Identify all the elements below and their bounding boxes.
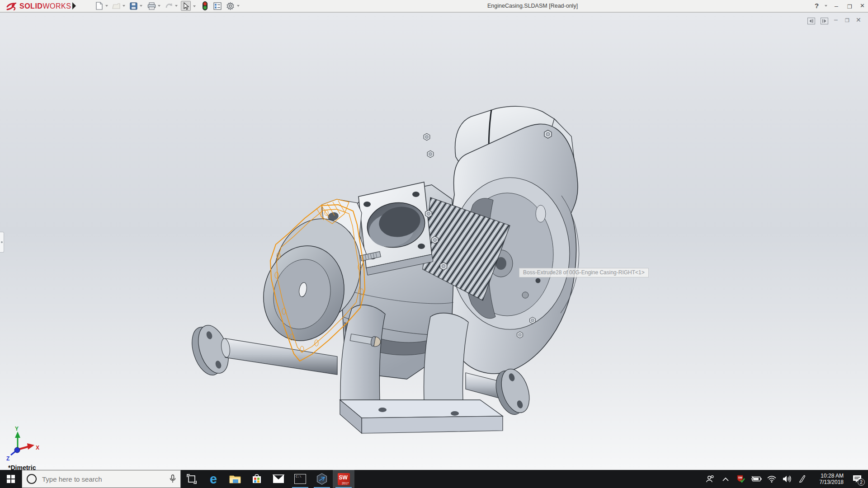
solidworks-window: SOLIDWORKS: [0, 0, 868, 488]
command-prompt-icon: C:\: [294, 474, 306, 484]
mail-icon: [273, 474, 284, 483]
cortana-icon: [27, 474, 37, 484]
hidden-icons-chevron-icon[interactable]: [719, 470, 732, 488]
triad-y-label: Y: [15, 426, 19, 432]
taskbar-item-command-prompt[interactable]: C:\: [289, 470, 311, 488]
solidworks-app-icon: SW 2017: [338, 473, 350, 485]
save-dropdown-caret-icon[interactable]: [140, 5, 142, 7]
start-button[interactable]: [0, 470, 22, 488]
print-dropdown-caret-icon[interactable]: [158, 5, 160, 7]
file-explorer-icon: [229, 474, 241, 484]
task-view-button[interactable]: [181, 470, 203, 488]
windows-logo-icon: [7, 475, 15, 483]
new-document-dropdown-caret-icon[interactable]: [105, 5, 108, 7]
open-dropdown-caret-icon[interactable]: [123, 5, 125, 7]
undo-dropdown-caret-icon[interactable]: [175, 5, 178, 7]
file-properties-icon: [213, 2, 222, 10]
select-tool-button[interactable]: [181, 1, 191, 11]
undo-button[interactable]: [164, 1, 174, 11]
help-dropdown-caret-icon[interactable]: [825, 5, 827, 7]
taskbar-item-file-explorer[interactable]: [224, 470, 246, 488]
solidworks-logo-icon: [5, 1, 18, 11]
gear-icon: [226, 2, 235, 10]
windows-taskbar: e: [0, 470, 868, 488]
taskbar-item-dev-app[interactable]: [311, 470, 333, 488]
select-dropdown-caret-icon[interactable]: [193, 5, 196, 7]
rebuild-button[interactable]: [200, 1, 210, 11]
app-close-button[interactable]: ✕: [860, 2, 865, 10]
battery-icon[interactable]: [750, 470, 763, 488]
taskbar-item-mail[interactable]: [268, 470, 289, 488]
taskbar-app-icons: e: [181, 470, 354, 488]
document-title: EngineCasing.SLDASM [Read-only]: [487, 3, 578, 9]
save-floppy-icon: [130, 2, 137, 10]
task-view-icon: [187, 474, 197, 484]
orientation-triad: Y X Z: [6, 426, 39, 462]
graphics-viewport[interactable]: – ❐ ✕: [0, 12, 868, 470]
windows-ink-icon[interactable]: [796, 470, 809, 488]
microphone-icon[interactable]: [170, 474, 176, 483]
triad-x-label: X: [36, 445, 39, 451]
action-center-button[interactable]: 2: [848, 470, 866, 488]
options-button[interactable]: [225, 1, 235, 11]
clock-date: 7/13/2018: [814, 479, 844, 485]
clock-time: 10:28 AM: [814, 473, 844, 479]
triad-z-label: Z: [6, 455, 9, 462]
system-tray: SW 10:28 AM 7/13/2018: [703, 470, 868, 488]
volume-icon[interactable]: [780, 470, 794, 488]
notification-badge: 2: [858, 479, 865, 486]
hexagon-app-icon: [316, 473, 328, 485]
taskbar-search-box[interactable]: [22, 470, 181, 488]
toolbar-flyout-arrow-icon[interactable]: [72, 2, 76, 9]
save-button[interactable]: [128, 1, 138, 11]
help-button[interactable]: ?: [815, 2, 819, 10]
new-document-button[interactable]: [94, 1, 104, 11]
new-document-icon: [95, 2, 103, 10]
solidworks-logo-text: SOLIDWORKS: [19, 2, 71, 10]
print-button[interactable]: [146, 1, 156, 11]
component-hover-tooltip: Boss-Extrude28 of 00G-Engine Casing-RIGH…: [519, 268, 649, 277]
search-input[interactable]: [41, 475, 165, 483]
file-properties-button[interactable]: [212, 1, 222, 11]
edge-icon: e: [210, 473, 217, 486]
app-restore-button[interactable]: ❐: [847, 3, 852, 11]
rebuild-traffic-light-icon: [202, 1, 208, 10]
svg-text:SW: SW: [738, 476, 743, 479]
taskbar-item-solidworks[interactable]: SW 2017: [333, 470, 354, 488]
taskbar-item-edge[interactable]: e: [203, 470, 224, 488]
solidworks-resource-monitor-icon[interactable]: SW: [734, 470, 748, 488]
open-folder-icon: [112, 2, 121, 9]
app-minimize-button[interactable]: –: [835, 2, 838, 10]
people-icon[interactable]: [703, 470, 717, 488]
title-bar: SOLIDWORKS: [0, 0, 868, 12]
microsoft-store-icon: [251, 474, 262, 484]
solidworks-logo: SOLIDWORKS: [5, 1, 71, 11]
taskbar-clock[interactable]: 10:28 AM 7/13/2018: [814, 473, 844, 485]
select-cursor-icon: [183, 2, 189, 10]
taskbar-item-microsoft-store[interactable]: [246, 470, 268, 488]
undo-icon: [165, 2, 173, 9]
print-icon: [147, 2, 156, 10]
options-dropdown-caret-icon[interactable]: [237, 5, 240, 7]
engine-casing-assembly-model[interactable]: Y X Z: [0, 13, 868, 470]
view-orientation-label: *Dimetric: [8, 464, 36, 470]
wifi-icon[interactable]: [765, 470, 778, 488]
open-button[interactable]: [111, 1, 121, 11]
